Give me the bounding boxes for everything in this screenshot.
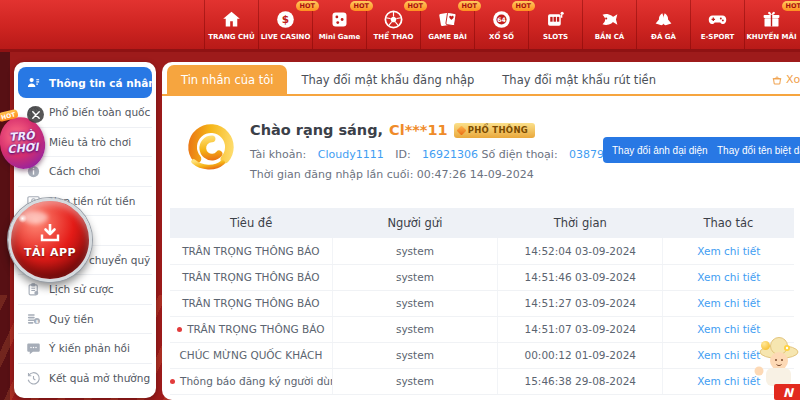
- cards-icon: [437, 9, 458, 30]
- message-title: TRÂN TRỌNG THÔNG BÁO: [182, 297, 319, 309]
- mini-game-icon: [329, 9, 350, 30]
- table-header-cell: Thời gian: [498, 208, 663, 238]
- message-title-cell: TRÂN TRỌNG THÔNG BÁO: [170, 238, 332, 264]
- view-detail-link[interactable]: Xem chi tiết: [697, 375, 760, 387]
- nav-item[interactable]: BẮN CÁ: [582, 0, 636, 49]
- feedback-icon: [26, 341, 41, 356]
- message-sender-cell: system: [332, 290, 497, 316]
- view-detail-link[interactable]: Xem chi tiết: [697, 245, 760, 257]
- hot-badge: HOT: [458, 1, 481, 11]
- message-time-cell: 14:51:07 03-09-2024: [498, 316, 663, 342]
- page: TRANG CHỦ HOT $ LIVE CASINO HOT Mini Gam…: [0, 0, 800, 400]
- hot-badge: HOT: [404, 1, 427, 11]
- fish-icon: [599, 9, 620, 30]
- svg-text:64: 64: [497, 15, 506, 22]
- nav-item[interactable]: HOT THỂ THAO: [366, 0, 420, 49]
- rooster-icon: [653, 9, 674, 30]
- funds-icon: $: [26, 311, 41, 326]
- message-time-cell: 15:46:38 29-08-2024: [498, 368, 663, 394]
- tab[interactable]: Tin nhắn của tôi: [167, 65, 287, 94]
- nav-item[interactable]: E-SPORT: [690, 0, 744, 49]
- sidebar-item[interactable]: Thông tin cá nhân: [18, 67, 152, 98]
- close-icon[interactable]: [27, 106, 44, 123]
- table-header-cell: Thao tác: [663, 208, 794, 238]
- sidebar-item[interactable]: Kết quả mở thưởng: [18, 364, 152, 394]
- account-label: Tài khoản:: [250, 148, 306, 161]
- sidebar-item[interactable]: Ý kiến phản hồi: [18, 334, 152, 364]
- sidebar-item-label: Ý kiến phản hồi: [49, 342, 130, 354]
- message-title: TRÂN TRỌNG THÔNG BÁO: [182, 271, 319, 283]
- message-title-cell: CHÚC MỪNG QUỐC KHÁCH: [170, 342, 332, 368]
- hot-badge: HOT: [296, 1, 319, 11]
- table-row: TRÂN TRỌNG THÔNG BÁO system 14:51:07 03-…: [170, 316, 794, 342]
- sidebar-item-label: Phổ biến toàn quốc: [49, 106, 150, 118]
- greeting-row: Chào rạng sáng, Cl***11 PHỔ THÔNG: [250, 122, 535, 138]
- id-label: ID:: [395, 148, 410, 161]
- promo-art[interactable]: TRÒ CHƠI: [0, 115, 47, 171]
- nav-item[interactable]: HOT KHUYẾN MÃI: [744, 0, 798, 49]
- tab[interactable]: Thay đổi mật khẩu rút tiền: [488, 65, 670, 94]
- gift-icon: [761, 9, 782, 30]
- sidebar-item[interactable]: $ Quỹ tiền: [18, 305, 152, 335]
- nav-item-label: XỔ SỐ: [489, 33, 514, 41]
- message-action-cell: Xem chi tiết: [663, 290, 794, 316]
- messages-table: Tiêu đề Người gửi Thời gian Thao tác TRÂ…: [170, 208, 794, 395]
- message-time-cell: 00:00:12 01-09-2024: [498, 342, 663, 368]
- download-app-label: TẢI APP: [24, 246, 76, 259]
- nav-item-label: BẮN CÁ: [595, 33, 625, 41]
- nav-item-label: E-SPORT: [701, 33, 735, 41]
- view-detail-link[interactable]: Xem chi tiết: [697, 349, 760, 361]
- id-value: 16921306: [422, 148, 478, 161]
- view-detail-link[interactable]: Xem chi tiết: [697, 271, 760, 283]
- view-detail-link[interactable]: Xem chi tiết: [697, 297, 760, 309]
- sidebar-item-label: Kết quả mở thưởng: [49, 372, 150, 384]
- nav-item[interactable]: TRANG CHỦ: [204, 0, 258, 49]
- message-title-cell: Thông báo đăng ký người dùng: [170, 368, 332, 394]
- sidebar-item-label: Quỹ tiền: [49, 313, 94, 325]
- nav-item[interactable]: HOT Mini Game: [312, 0, 366, 49]
- live-casino-icon: $: [275, 9, 296, 30]
- result-icon: [26, 371, 41, 386]
- message-action-cell: Xem chi tiết: [663, 264, 794, 290]
- nav-item[interactable]: HOT $ LIVE CASINO: [258, 0, 312, 49]
- nav-item-label: THỂ THAO: [374, 33, 414, 41]
- lottery-icon: 64: [491, 9, 512, 30]
- view-detail-link[interactable]: Xem chi tiết: [697, 323, 760, 335]
- message-action-cell: Xem chi tiết: [663, 238, 794, 264]
- svg-text:$: $: [35, 319, 38, 324]
- table-row: TRÂN TRỌNG THÔNG BÁO system 14:51:46 03-…: [170, 264, 794, 290]
- table-header-cell: Người gửi: [332, 208, 497, 238]
- level-badge: PHỔ THÔNG: [454, 123, 535, 138]
- bet-history-icon: [26, 282, 41, 297]
- hot-badge: HOT: [782, 1, 800, 11]
- nav-item[interactable]: HOT 64 XỔ SỐ: [474, 0, 528, 49]
- message-title-cell: TRÂN TRỌNG THÔNG BÁO: [170, 316, 332, 342]
- promo-line2: CHƠI: [7, 142, 39, 157]
- sidebar-item-label: Lịch sử cược: [49, 283, 114, 295]
- message-time-cell: 14:52:04 03-09-2024: [498, 238, 663, 264]
- message-time-cell: 14:51:46 03-09-2024: [498, 264, 663, 290]
- nav-item[interactable]: ĐÁ GÀ: [636, 0, 690, 49]
- table-row: CHÚC MỪNG QUỐC KHÁCH system 00:00:12 01-…: [170, 342, 794, 368]
- delete-messages-button[interactable]: Xoá: [771, 73, 800, 86]
- change-avatar-button[interactable]: Thay đổi ảnh đại diện: [603, 137, 717, 163]
- message-sender-cell: system: [332, 238, 497, 264]
- account-info-line: Tài khoản: Cloudy1111 ID: 16921306 Số đi…: [250, 148, 639, 161]
- download-app-button[interactable]: TẢI APP: [8, 198, 92, 282]
- esport-icon: [707, 9, 728, 30]
- change-nickname-button[interactable]: Thay đổi tên biệt danh: [708, 137, 800, 163]
- tab-bar: Tin nhắn của tôi Thay đổi mật khẩu đăng …: [162, 62, 800, 96]
- hot-badge: HOT: [512, 1, 535, 11]
- content-panel: Tin nhắn của tôi Thay đổi mật khẩu đăng …: [162, 62, 800, 400]
- message-title: TRÂN TRỌNG THÔNG BÁO: [187, 323, 324, 335]
- tab[interactable]: Thay đổi mật khẩu đăng nhập: [287, 65, 488, 94]
- avatar: [182, 118, 240, 176]
- nav-item[interactable]: SLOTS: [528, 0, 582, 49]
- message-title-cell: TRÂN TRỌNG THÔNG BÁO: [170, 290, 332, 316]
- nav-item[interactable]: HOT GAME BÀI: [420, 0, 474, 49]
- sports-icon: [383, 9, 404, 30]
- message-title: Thông báo đăng ký người dùng: [180, 375, 332, 387]
- table-header-row: Tiêu đề Người gửi Thời gian Thao tác: [170, 208, 794, 238]
- nav-item-label: TRANG CHỦ: [208, 33, 254, 41]
- promo-game-badge[interactable]: HOT TRÒ CHƠI: [0, 106, 60, 170]
